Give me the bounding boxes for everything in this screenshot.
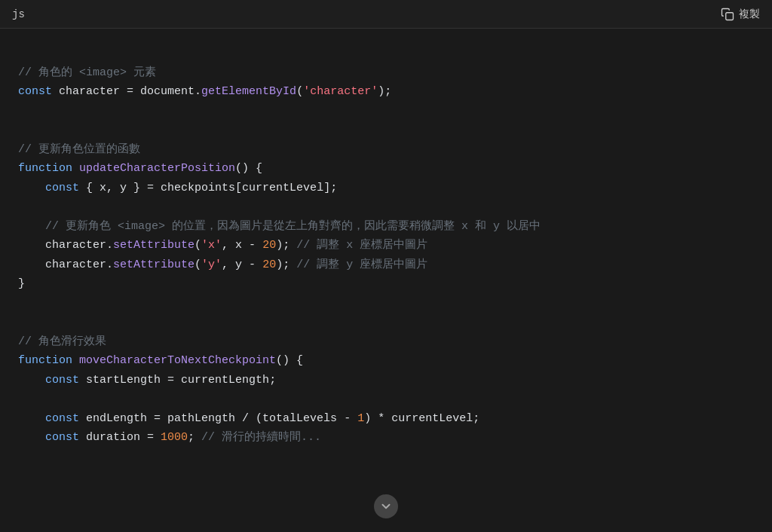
code-line: // 更新角色 <image> 的位置，因為圖片是從左上角對齊的，因此需要稍微調… <box>18 217 754 237</box>
code-line: function updateCharacterPosition() { <box>18 159 754 179</box>
code-line: // 更新角色位置的函數 <box>18 140 754 160</box>
code-line: } <box>18 274 754 294</box>
blank-line <box>18 44 754 63</box>
svg-rect-0 <box>726 12 734 20</box>
code-line: // 角色的 <image> 元素 <box>18 63 754 83</box>
header: js 複製 <box>0 0 772 29</box>
code-line: const endLength = pathLength / (totalLev… <box>18 409 754 429</box>
code-line: const duration = 1000; // 滑行的持續時間... <box>18 428 754 448</box>
code-line: function moveCharacterToNextCheckpoint()… <box>18 351 754 371</box>
blank-line <box>18 197 754 217</box>
code-line: // 角色滑行效果 <box>18 332 754 352</box>
code-line: character.setAttribute('y', y - 20); // … <box>18 255 754 275</box>
code-line: const startLength = currentLength; <box>18 371 754 390</box>
blank-line <box>18 121 754 140</box>
scroll-down-indicator[interactable] <box>374 494 398 518</box>
copy-button-label: 複製 <box>739 8 760 21</box>
blank-line <box>18 294 754 313</box>
code-line: character.setAttribute('x', x - 20); // … <box>18 236 754 255</box>
blank-line <box>18 102 754 121</box>
blank-line <box>18 390 754 409</box>
code-area: // 角色的 <image> 元素const character = docum… <box>0 29 772 532</box>
code-line: const { x, y } = checkpoints[currentLeve… <box>18 179 754 198</box>
code-line: const character = document.getElementByI… <box>18 82 754 102</box>
chevron-down-icon <box>379 500 393 513</box>
file-label: js <box>12 8 25 20</box>
blank-line <box>18 313 754 332</box>
copy-button[interactable]: 複製 <box>721 8 760 21</box>
copy-icon <box>721 8 734 21</box>
